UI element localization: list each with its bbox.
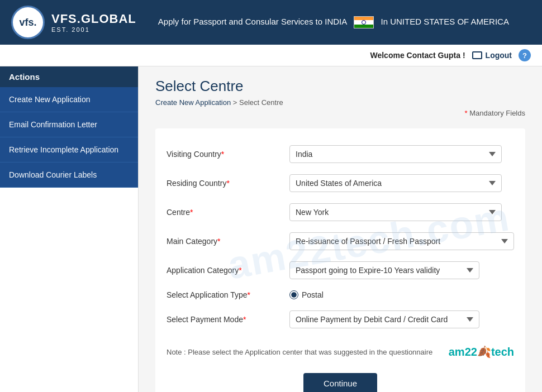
header: vfs. VFS.GLOBAL EST. 2001 Apply for Pass… (0, 0, 542, 45)
header-tagline-area: Apply for Passport and Consular Services… (136, 16, 531, 28)
sidebar-header: Actions (0, 66, 138, 87)
sidebar-item-create-new-application[interactable]: Create New Application (0, 87, 138, 112)
flag-green (354, 25, 373, 28)
content-area: am22tech.com Select Centre Create New Ap… (139, 66, 542, 392)
centre-select[interactable]: New York (289, 203, 502, 221)
country-label-text: In UNITED STATES OF AMERICA (381, 17, 508, 26)
payment-mode-row: Select Payment Mode* Online Payment by D… (167, 310, 514, 328)
asterisk-icon: * (465, 109, 468, 117)
mandatory-note: * Mandatory Fields (155, 109, 525, 117)
main-layout: Actions Create New Application Email Con… (0, 66, 542, 392)
ashoka-chakra (362, 20, 366, 25)
logo-top-text: vfs. (19, 17, 36, 28)
logo-area: vfs. VFS.GLOBAL EST. 2001 (11, 6, 136, 39)
residing-country-select[interactable]: United States of America (289, 174, 502, 192)
logout-icon (472, 51, 482, 59)
brand-name-area: VFS.GLOBAL EST. 2001 (51, 12, 136, 33)
visiting-country-req: * (221, 150, 224, 159)
centre-label: Centre* (167, 208, 289, 217)
breadcrumb: Create New Application > Select Centre (155, 98, 525, 107)
app-category-select[interactable]: Passport going to Expire-10 Years validi… (289, 261, 479, 279)
main-category-req: * (217, 237, 220, 246)
note-text: Note : Please select the Application cen… (167, 348, 432, 356)
app-type-row: Select Application Type* Postal (167, 290, 514, 299)
app-type-label: Select Application Type* (167, 290, 289, 299)
residing-country-label: Residing Country* (167, 179, 289, 188)
app-type-req: * (248, 290, 250, 299)
visiting-country-row: Visiting Country* India (167, 145, 514, 163)
main-category-label: Main Category* (167, 237, 289, 246)
continue-btn-row: Continue (167, 373, 514, 392)
app-type-radio-group: Postal (289, 290, 324, 299)
payment-mode-label: Select Payment Mode* (167, 315, 289, 324)
sidebar-item-retrieve-incomplete[interactable]: Retrieve Incomplete Application (0, 137, 138, 162)
am22-prefix: am22 (449, 346, 477, 358)
visiting-country-label: Visiting Country* (167, 150, 289, 159)
postal-radio-label: Postal (302, 290, 324, 299)
app-category-row: Application Category* Passport going to … (167, 261, 514, 279)
centre-row: Centre* New York (167, 203, 514, 221)
payment-mode-select[interactable]: Online Payment by Debit Card / Credit Ca… (289, 310, 479, 328)
india-flag-icon (354, 16, 374, 28)
mandatory-note-text: Mandatory Fields (469, 109, 525, 117)
continue-button[interactable]: Continue (303, 373, 377, 392)
main-category-row: Main Category* Re-issuance of Passport /… (167, 232, 514, 250)
main-category-select[interactable]: Re-issuance of Passport / Fresh Passport (289, 232, 514, 250)
postal-radio-option[interactable]: Postal (289, 290, 324, 299)
breadcrumb-link[interactable]: Create New Application (155, 98, 231, 107)
sidebar-item-download-courier[interactable]: Download Courier Labels (0, 162, 138, 188)
logout-label: Logout (486, 51, 512, 60)
tagline-text: Apply for Passport and Consular Services… (158, 17, 347, 26)
residing-country-req: * (226, 179, 229, 188)
logout-button[interactable]: Logout (472, 51, 512, 60)
am22-suffix: tech (491, 346, 514, 358)
subheader: Welcome Contact Gupta ! Logout ? (0, 45, 542, 66)
brand-name: VFS.GLOBAL (51, 12, 136, 26)
app-category-label: Application Category* (167, 266, 289, 275)
page-title: Select Centre (155, 78, 525, 95)
help-button[interactable]: ? (519, 49, 531, 61)
residing-country-row: Residing Country* United States of Ameri… (167, 174, 514, 192)
sidebar-item-email-confirmation[interactable]: Email Confirmation Letter (0, 112, 138, 137)
flag-white (354, 20, 373, 25)
sidebar: Actions Create New Application Email Con… (0, 66, 139, 392)
note-row: Note : Please select the Application cen… (167, 340, 514, 364)
postal-radio-input[interactable] (289, 290, 298, 299)
centre-req: * (190, 208, 193, 217)
am22-leaf-icon: 🍂 (477, 346, 491, 358)
form-section: Visiting Country* India Residing Country… (155, 128, 525, 392)
visiting-country-select[interactable]: India (289, 145, 502, 163)
breadcrumb-separator: > (233, 98, 237, 107)
payment-mode-req: * (243, 315, 246, 324)
welcome-message: Welcome Contact Gupta ! (370, 51, 465, 60)
vfs-logo: vfs. (11, 6, 45, 39)
app-category-req: * (239, 266, 241, 275)
established-text: EST. 2001 (51, 26, 136, 33)
breadcrumb-current: Select Centre (239, 98, 283, 107)
am22tech-brand: am22🍂tech (449, 345, 514, 358)
